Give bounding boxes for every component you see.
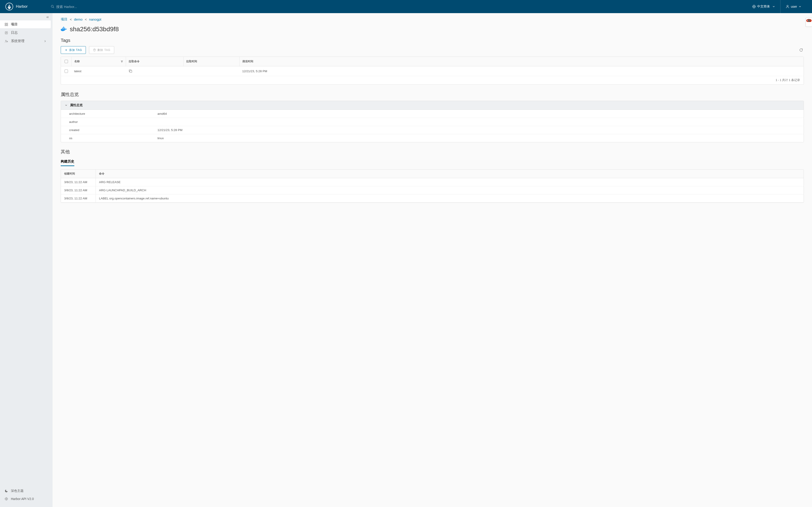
svg-rect-28 [62,28,63,29]
overview-key: author [61,118,154,126]
accordion-header[interactable]: 属性总览 [61,101,804,110]
overview-val: amd64 [154,110,804,118]
svg-rect-31 [63,27,64,27]
row-pulltime [183,66,240,76]
list-icon [5,31,8,35]
overview-row: os linux [61,134,804,142]
overview-row: author [61,118,804,126]
col-name-header[interactable]: 名称 [71,57,126,66]
remove-tag-label: 删除 TAG [97,48,110,52]
breadcrumb-repo[interactable]: nanogpt [89,17,101,21]
nav-label: 日志 [11,31,18,35]
chevron-down-icon [772,5,775,8]
history-cmd: LABEL org.opencontainers.image.ref.name=… [96,194,804,202]
overview-key: os [61,134,154,142]
chevron-down-icon [798,5,802,8]
sidebar-bottom: 深色主题 Harbor API V2.0 [0,486,53,507]
page-title-row: sha256:d53bd9f8 [61,25,804,33]
refresh-button[interactable] [798,47,804,53]
filter-icon[interactable] [120,60,123,63]
search-icon [51,5,54,8]
search-input[interactable] [56,5,101,9]
col-pullcmd-header[interactable]: 拉取命令 [126,57,183,66]
sidebar: 项目 日志 系统管理 [0,13,53,507]
artifact-digest: sha256:d53bd9f8 [70,25,119,33]
tags-button-row: 添加 TAG 删除 TAG [61,46,804,54]
overview-key: created [61,126,154,134]
svg-rect-9 [7,23,8,24]
harbor-logo-icon [5,3,13,10]
refresh-icon [799,48,803,52]
copy-icon[interactable] [129,69,133,73]
tags-table-footer: 1 - 1 共计 1 条记录 [61,76,804,84]
col-pulltime-header[interactable]: 拉取时间 [183,57,240,66]
row-select[interactable] [61,66,71,76]
svg-point-17 [7,41,7,42]
checkbox-icon[interactable] [64,69,68,73]
remove-tag-button: 删除 TAG [89,46,114,54]
history-table: 创建时间 命令 3/8/23, 11:22 AM ARG RELEASE 3/8… [61,169,804,203]
nav-list: 项目 日志 系统管理 [0,20,53,46]
badge-label: 事件日志 [807,23,811,24]
overview-accordion: 属性总览 architecture amd64 author created 1… [61,101,804,143]
admin-icon [5,39,8,43]
user-icon [785,5,790,9]
theme-toggle[interactable]: 深色主题 [0,487,53,495]
api-label: Harbor API V2.0 [11,497,34,501]
svg-rect-29 [63,28,64,29]
nav-item-admin[interactable]: 系统管理 [0,37,51,45]
add-tag-label: 添加 TAG [69,48,82,52]
tab-build-history[interactable]: 构建历史 [61,158,74,166]
svg-rect-1 [9,6,9,7]
breadcrumb-projects[interactable]: 项目 [61,17,67,21]
select-all-cell[interactable] [61,57,71,66]
col-cmd-header[interactable]: 命令 [96,170,804,178]
overview-row: architecture amd64 [61,110,804,118]
history-created: 3/8/23, 11:22 AM [61,186,96,194]
others-tabs: 构建历史 [61,158,804,166]
checkbox-icon[interactable] [64,60,68,63]
history-table-header: 创建时间 命令 [61,170,804,178]
api-icon [5,497,8,501]
badge-count: 50+ [806,19,812,22]
theme-label: 深色主题 [11,489,23,493]
history-created: 3/8/23, 11:22 AM [61,178,96,186]
language-selector[interactable]: 中文简体 [747,0,780,13]
user-menu[interactable]: user [780,0,807,13]
globe-icon [752,5,756,8]
svg-rect-34 [130,70,132,72]
col-pushtime-header[interactable]: 推送时间 [240,57,804,66]
trash-icon [93,48,96,52]
row-name: latest [71,66,126,76]
history-cmd: ARG RELEASE [96,178,804,186]
breadcrumb-project[interactable]: demo [74,17,83,21]
chevron-right-icon [44,40,47,43]
add-tag-button[interactable]: 添加 TAG [61,46,86,54]
event-log-badge[interactable]: 50+ 事件日志 [806,18,812,27]
breadcrumb-sep: < [85,17,87,21]
tags-table-row[interactable]: latest 12/21/23, 5:28 PM [61,66,804,76]
api-link[interactable]: Harbor API V2.0 [0,495,53,502]
language-label: 中文简体 [757,5,770,9]
tags-section-title: Tags [61,38,804,43]
moon-icon [5,489,8,493]
history-created: 3/8/23, 11:22 AM [61,194,96,202]
main-content: 项目 < demo < nanogpt sha256:d53bd9f8 Tags [53,13,812,507]
svg-point-2 [51,5,53,7]
nav-item-logs[interactable]: 日志 [0,29,51,37]
history-row: 3/8/23, 11:22 AM ARG LAUNCHPAD_BUILD_ARC… [61,186,804,194]
svg-rect-10 [5,25,6,26]
nav-item-projects[interactable]: 项目 [0,20,51,28]
row-pushtime: 12/21/23, 5:28 PM [240,66,804,76]
accordion-title: 属性总览 [70,103,83,107]
others-section-title: 其他 [61,149,804,155]
sidebar-collapse-button[interactable] [0,13,53,20]
svg-rect-30 [64,28,65,29]
overview-key: architecture [61,110,154,118]
search-box[interactable] [51,5,119,9]
grid-icon [5,23,8,26]
col-created-header[interactable]: 创建时间 [61,170,96,178]
chevron-down-icon [64,104,68,107]
overview-val [154,118,804,126]
svg-rect-11 [7,25,8,26]
